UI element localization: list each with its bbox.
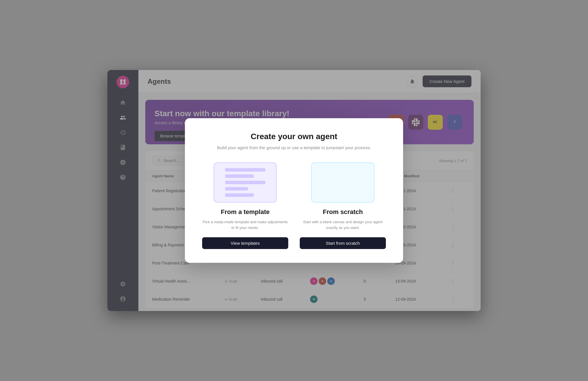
template-line: [225, 193, 254, 197]
modal-options: From a template Pick a ready-made templa…: [196, 162, 392, 249]
scratch-illustration: [311, 162, 374, 203]
template-line: [225, 168, 265, 172]
from-scratch-option: From scratch Start with a blank canvas a…: [300, 162, 386, 249]
scratch-option-title: From scratch: [323, 208, 363, 216]
from-template-option: From a template Pick a ready-made templa…: [202, 162, 288, 249]
template-lines: [219, 162, 271, 203]
template-option-title: From a template: [221, 208, 270, 216]
start-from-scratch-button[interactable]: Start from scratch: [300, 237, 386, 249]
view-templates-button[interactable]: View templates: [202, 237, 288, 249]
modal-overlay[interactable]: Create your own agent Build your agent f…: [107, 70, 481, 311]
template-illustration: [214, 162, 277, 203]
template-option-desc: Pick a ready-made template and make adju…: [202, 219, 288, 230]
create-agent-modal: Create your own agent Build your agent f…: [185, 118, 403, 263]
template-line: [225, 187, 248, 190]
modal-subtitle: Build your agent from the ground up or u…: [196, 145, 392, 151]
modal-title: Create your own agent: [196, 132, 392, 141]
template-line: [225, 174, 254, 178]
template-line: [225, 181, 265, 184]
scratch-option-desc: Start with a blank canvas and design you…: [300, 219, 386, 230]
